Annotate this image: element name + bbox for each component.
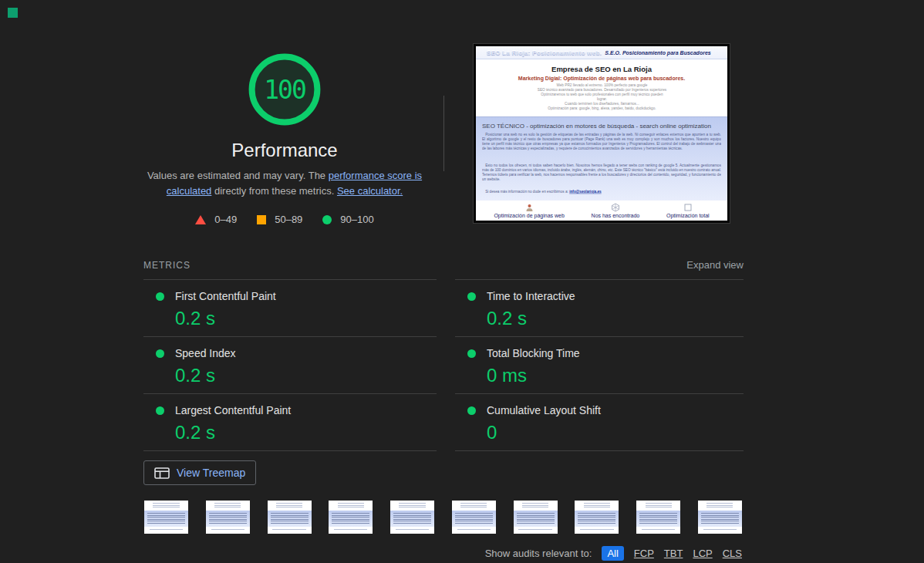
view-treemap-label: View Treemap bbox=[177, 467, 245, 479]
footer-item-total: Optimización total bbox=[666, 203, 710, 218]
screenshot-page: SEO La Rioja: Posicionamiento web. S.E.O… bbox=[476, 46, 727, 221]
section-divider bbox=[443, 96, 444, 171]
seo-contact-line: Si desea más información no dude en escr… bbox=[482, 190, 721, 197]
view-treemap-button[interactable]: View Treemap bbox=[143, 460, 256, 485]
metric-value: 0 bbox=[487, 422, 744, 443]
metric-pass-dot-icon bbox=[156, 406, 164, 415]
metric-time-to-interactive: Time to Interactive 0.2 s bbox=[455, 279, 744, 336]
metric-value: 0.2 s bbox=[175, 422, 437, 443]
seo-paragraph-2: Esto no todos los ofrecen, ni todos sabe… bbox=[482, 164, 721, 187]
screenshot-page-footer: Optimización de páginas web Nos has enco… bbox=[476, 201, 727, 221]
screenshot-page-header: SEO La Rioja: Posicionamiento web. S.E.O… bbox=[476, 46, 727, 59]
metric-pass-dot-icon bbox=[156, 292, 164, 301]
score-disclaimer: Values are estimated and may vary. The p… bbox=[143, 168, 426, 199]
filmstrip-frame bbox=[390, 501, 434, 534]
metric-pass-dot-icon bbox=[467, 406, 476, 415]
filmstrip bbox=[144, 501, 742, 534]
screenshot-seo-section: SEO TÉCNICO - optimización en motores de… bbox=[476, 116, 727, 201]
filmstrip-frame bbox=[206, 501, 250, 534]
intro-line: Optimización para: google, bing, alexa, … bbox=[476, 106, 727, 111]
audit-filter-label: Show audits relevant to: bbox=[485, 548, 592, 559]
hexagon-icon bbox=[611, 203, 620, 212]
email-link: info@seolarioja.es bbox=[569, 190, 602, 194]
metrics-grid: First Contentful Paint 0.2 s Time to Int… bbox=[143, 279, 744, 494]
metric-value: 0.2 s bbox=[487, 308, 744, 329]
disclaimer-text-2: directly from these metrics. bbox=[211, 185, 337, 197]
fail-triangle-icon bbox=[195, 215, 206, 224]
treemap-row: View Treemap bbox=[143, 450, 437, 494]
page-subtitle: Marketing Digial: Optimización de página… bbox=[476, 76, 727, 81]
metric-speed-index: Speed Index 0.2 s bbox=[143, 336, 437, 393]
legend-fail-label: 0–49 bbox=[214, 214, 237, 225]
audit-chip-fcp[interactable]: FCP bbox=[634, 548, 654, 559]
audit-filter-bar: Show audits relevant to: All FCP TBT LCP… bbox=[485, 546, 742, 561]
page-intro-lines: Web PR2 llevado al extremo. 100% perfect… bbox=[476, 83, 727, 112]
category-title: Performance bbox=[143, 140, 426, 161]
metric-first-contentful-paint: First Contentful Paint 0.2 s bbox=[143, 279, 437, 336]
audit-chip-all[interactable]: All bbox=[602, 546, 623, 561]
audit-chip-lcp[interactable]: LCP bbox=[693, 548, 712, 559]
gauge-score-value: 100 bbox=[248, 52, 322, 126]
performance-gauge[interactable]: 100 bbox=[248, 52, 322, 126]
see-calculator-link[interactable]: See calculator. bbox=[337, 185, 403, 197]
metric-pass-dot-icon bbox=[156, 349, 164, 358]
metric-cumulative-layout-shift: Cumulative Layout Shift 0 bbox=[455, 393, 744, 450]
metric-total-blocking-time: Total Blocking Time 0 ms bbox=[455, 336, 744, 393]
performance-score-summary: 100 Performance Values are estimated and… bbox=[143, 31, 426, 225]
page-header-italic: S.E.O. Posicionamiento para Buscadores bbox=[605, 50, 710, 56]
average-square-icon bbox=[257, 215, 266, 224]
filmstrip-frame bbox=[329, 501, 373, 534]
metric-pass-dot-icon bbox=[467, 349, 476, 358]
seo-section-heading: SEO TÉCNICO - optimización en motores de… bbox=[482, 123, 721, 130]
audit-chip-cls[interactable]: CLS bbox=[723, 548, 742, 559]
filmstrip-frame bbox=[144, 501, 188, 534]
page-header-emboss: SEO La Rioja: Posicionamiento web. bbox=[487, 49, 602, 56]
filmstrip-frame bbox=[514, 501, 558, 534]
legend-pass: 90–100 bbox=[322, 214, 373, 225]
filmstrip-frame bbox=[452, 501, 496, 534]
filmstrip-frame bbox=[636, 501, 680, 534]
person-icon bbox=[525, 204, 534, 212]
metric-value: 0 ms bbox=[487, 365, 744, 386]
expand-view-button[interactable]: Expand view bbox=[686, 259, 744, 271]
metrics-section-title: METRICS bbox=[143, 260, 191, 271]
page-title: Empresa de SEO en La Rioja bbox=[476, 65, 727, 73]
footer-item-label: Optimización de páginas web bbox=[494, 213, 564, 218]
filmstrip-frame bbox=[575, 501, 619, 534]
footer-item-label: Nos has encontrado bbox=[592, 213, 640, 218]
filmstrip-frame bbox=[698, 501, 742, 534]
square-icon bbox=[683, 203, 693, 212]
legend-fail: 0–49 bbox=[195, 214, 237, 225]
final-screenshot-pane: SEO La Rioja: Posicionamiento web. S.E.O… bbox=[473, 43, 730, 224]
treemap-icon bbox=[154, 467, 170, 479]
green-marker bbox=[8, 8, 18, 18]
footer-item-encontrado: Nos has encontrado bbox=[592, 203, 640, 218]
metric-pass-dot-icon bbox=[467, 292, 476, 301]
filmstrip-frame bbox=[268, 501, 312, 534]
metrics-bottom-rule bbox=[455, 450, 744, 494]
legend-average: 50–89 bbox=[257, 214, 302, 225]
screenshot-intro-section: Empresa de SEO en La Rioja Marketing Dig… bbox=[476, 59, 727, 116]
footer-item-label: Optimización total bbox=[666, 213, 710, 218]
seo-paragraph-1: Posicionar una web no es solo la gestión… bbox=[482, 133, 721, 161]
pass-circle-icon bbox=[322, 215, 332, 224]
disclaimer-text: Values are estimated and may vary. The bbox=[147, 170, 329, 181]
metric-value: 0.2 s bbox=[175, 365, 437, 386]
legend-average-label: 50–89 bbox=[275, 214, 302, 225]
metric-largest-contentful-paint: Largest Contentful Paint 0.2 s bbox=[143, 393, 437, 450]
score-legend: 0–49 50–89 90–100 bbox=[143, 214, 426, 225]
legend-pass-label: 90–100 bbox=[340, 214, 373, 225]
audit-chip-tbt[interactable]: TBT bbox=[664, 548, 683, 559]
footer-item-paginas: Optimización de páginas web bbox=[494, 204, 564, 218]
metric-value: 0.2 s bbox=[175, 308, 437, 329]
